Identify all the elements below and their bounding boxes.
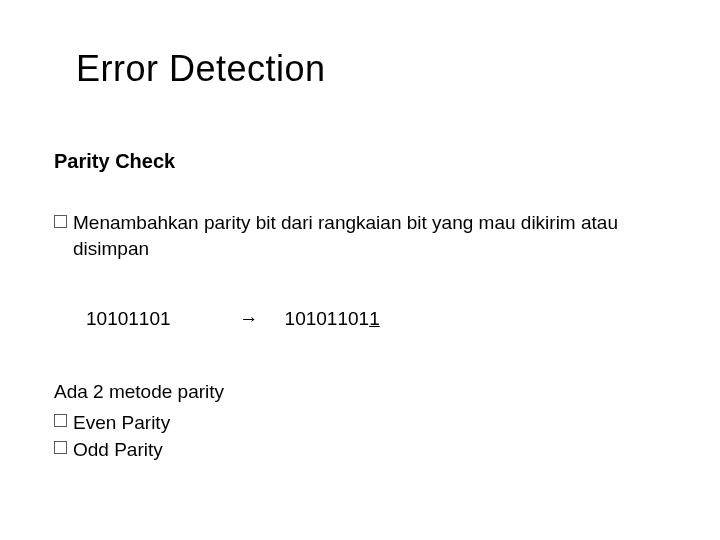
bullet-description: Menambahkan parity bit dari rangkaian bi… [54, 210, 660, 261]
example-output-prefix: 10101101 [285, 308, 370, 329]
parity-example: 10101101 → 101011011 [86, 308, 380, 330]
methods-block: Ada 2 metode parity Even Parity Odd Pari… [54, 378, 224, 464]
arrow-icon: → [239, 308, 258, 329]
method-item-odd: Odd Parity [73, 436, 163, 464]
bullet-text: Menambahkan parity bit dari rangkaian bi… [73, 210, 660, 261]
method-item-even: Even Parity [73, 409, 170, 437]
square-bullet-icon [54, 215, 67, 228]
example-parity-bit: 1 [369, 308, 380, 329]
square-bullet-icon [54, 441, 67, 454]
methods-intro: Ada 2 metode parity [54, 378, 224, 406]
example-input: 10101101 [86, 308, 171, 329]
slide: Error Detection Parity Check Menambahkan… [0, 0, 720, 540]
slide-title: Error Detection [76, 48, 326, 90]
slide-subtitle: Parity Check [54, 150, 175, 173]
square-bullet-icon [54, 414, 67, 427]
